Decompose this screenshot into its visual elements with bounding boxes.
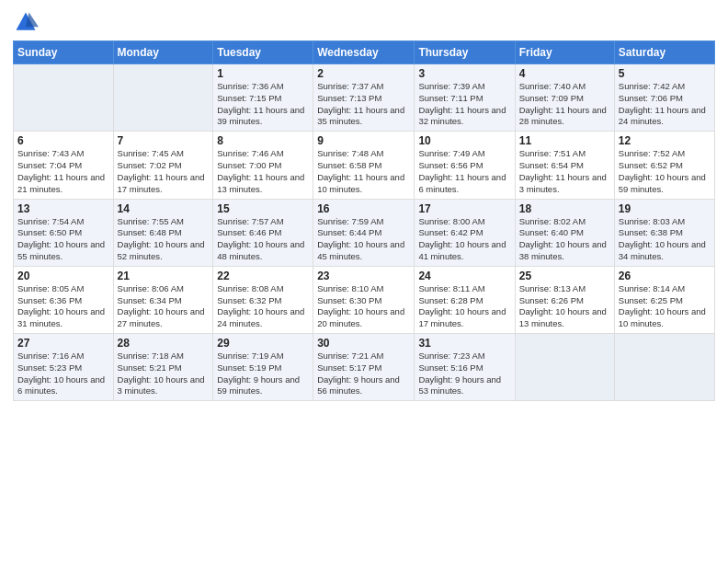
col-header-tuesday: Tuesday — [213, 41, 313, 64]
week-row-5: 27Sunrise: 7:16 AM Sunset: 5:23 PM Dayli… — [14, 334, 715, 401]
day-info: Sunrise: 7:23 AM Sunset: 5:16 PM Dayligh… — [418, 350, 510, 397]
day-number: 29 — [217, 337, 309, 350]
day-number: 14 — [118, 202, 210, 215]
calendar-cell: 6Sunrise: 7:43 AM Sunset: 7:04 PM Daylig… — [14, 132, 114, 199]
day-info: Sunrise: 7:52 AM Sunset: 6:52 PM Dayligh… — [619, 148, 711, 195]
page: SundayMondayTuesdayWednesdayThursdayFrid… — [0, 0, 728, 563]
day-info: Sunrise: 7:37 AM Sunset: 7:13 PM Dayligh… — [317, 81, 410, 128]
header — [13, 9, 715, 35]
day-number: 19 — [619, 202, 711, 215]
day-info: Sunrise: 7:45 AM Sunset: 7:02 PM Dayligh… — [118, 148, 210, 195]
day-info: Sunrise: 7:36 AM Sunset: 7:15 PM Dayligh… — [217, 81, 309, 128]
day-info: Sunrise: 8:05 AM Sunset: 6:36 PM Dayligh… — [17, 283, 109, 330]
calendar-cell: 9Sunrise: 7:48 AM Sunset: 6:58 PM Daylig… — [313, 132, 415, 199]
day-info: Sunrise: 7:51 AM Sunset: 6:54 PM Dayligh… — [519, 148, 610, 195]
day-info: Sunrise: 8:03 AM Sunset: 6:38 PM Dayligh… — [619, 216, 711, 263]
day-info: Sunrise: 7:48 AM Sunset: 6:58 PM Dayligh… — [317, 148, 410, 195]
calendar-cell: 10Sunrise: 7:49 AM Sunset: 6:56 PM Dayli… — [415, 132, 515, 199]
calendar-cell: 30Sunrise: 7:21 AM Sunset: 5:17 PM Dayli… — [313, 334, 415, 401]
calendar-cell — [14, 64, 114, 132]
day-number: 13 — [17, 202, 109, 215]
calendar-cell: 26Sunrise: 8:14 AM Sunset: 6:25 PM Dayli… — [614, 266, 714, 333]
day-info: Sunrise: 7:39 AM Sunset: 7:11 PM Dayligh… — [418, 81, 510, 128]
calendar-cell: 2Sunrise: 7:37 AM Sunset: 7:13 PM Daylig… — [313, 64, 415, 132]
svg-marker-1 — [26, 13, 39, 28]
calendar-cell: 7Sunrise: 7:45 AM Sunset: 7:02 PM Daylig… — [113, 132, 213, 199]
logo-icon — [13, 9, 39, 35]
calendar-cell: 13Sunrise: 7:54 AM Sunset: 6:50 PM Dayli… — [14, 199, 114, 266]
calendar-table: SundayMondayTuesdayWednesdayThursdayFrid… — [13, 40, 715, 401]
calendar-cell: 14Sunrise: 7:55 AM Sunset: 6:48 PM Dayli… — [113, 199, 213, 266]
day-number: 23 — [317, 270, 410, 282]
day-number: 27 — [17, 337, 109, 350]
day-info: Sunrise: 7:55 AM Sunset: 6:48 PM Dayligh… — [118, 216, 210, 263]
calendar-cell: 27Sunrise: 7:16 AM Sunset: 5:23 PM Dayli… — [14, 334, 114, 401]
calendar-cell: 17Sunrise: 8:00 AM Sunset: 6:42 PM Dayli… — [415, 199, 515, 266]
day-info: Sunrise: 8:11 AM Sunset: 6:28 PM Dayligh… — [418, 283, 510, 330]
calendar-cell — [113, 64, 213, 132]
day-info: Sunrise: 8:06 AM Sunset: 6:34 PM Dayligh… — [118, 283, 210, 330]
day-info: Sunrise: 8:08 AM Sunset: 6:32 PM Dayligh… — [217, 283, 309, 330]
calendar-cell: 20Sunrise: 8:05 AM Sunset: 6:36 PM Dayli… — [14, 266, 114, 333]
day-info: Sunrise: 8:00 AM Sunset: 6:42 PM Dayligh… — [418, 216, 510, 263]
week-row-4: 20Sunrise: 8:05 AM Sunset: 6:36 PM Dayli… — [14, 266, 715, 333]
calendar-cell: 11Sunrise: 7:51 AM Sunset: 6:54 PM Dayli… — [515, 132, 614, 199]
day-number: 16 — [317, 202, 410, 215]
day-number: 25 — [519, 270, 610, 282]
day-number: 6 — [17, 134, 109, 147]
day-number: 7 — [118, 134, 210, 147]
day-info: Sunrise: 7:40 AM Sunset: 7:09 PM Dayligh… — [519, 81, 610, 128]
col-header-sunday: Sunday — [14, 41, 114, 64]
week-row-2: 6Sunrise: 7:43 AM Sunset: 7:04 PM Daylig… — [14, 132, 715, 199]
day-info: Sunrise: 8:10 AM Sunset: 6:30 PM Dayligh… — [317, 283, 410, 330]
day-number: 12 — [619, 134, 711, 147]
day-info: Sunrise: 7:21 AM Sunset: 5:17 PM Dayligh… — [317, 350, 410, 397]
day-number: 1 — [217, 67, 309, 80]
calendar-cell: 31Sunrise: 7:23 AM Sunset: 5:16 PM Dayli… — [415, 334, 515, 401]
day-number: 15 — [217, 202, 309, 215]
calendar-cell: 22Sunrise: 8:08 AM Sunset: 6:32 PM Dayli… — [213, 266, 313, 333]
day-info: Sunrise: 7:54 AM Sunset: 6:50 PM Dayligh… — [17, 216, 109, 263]
calendar-cell: 29Sunrise: 7:19 AM Sunset: 5:19 PM Dayli… — [213, 334, 313, 401]
day-number: 21 — [118, 270, 210, 282]
day-info: Sunrise: 7:19 AM Sunset: 5:19 PM Dayligh… — [217, 350, 309, 397]
day-info: Sunrise: 7:57 AM Sunset: 6:46 PM Dayligh… — [217, 216, 309, 263]
day-info: Sunrise: 7:43 AM Sunset: 7:04 PM Dayligh… — [17, 148, 109, 195]
calendar-cell: 3Sunrise: 7:39 AM Sunset: 7:11 PM Daylig… — [415, 64, 515, 132]
day-number: 2 — [317, 67, 410, 80]
calendar-cell: 25Sunrise: 8:13 AM Sunset: 6:26 PM Dayli… — [515, 266, 614, 333]
calendar-cell: 28Sunrise: 7:18 AM Sunset: 5:21 PM Dayli… — [113, 334, 213, 401]
day-number: 5 — [619, 67, 711, 80]
col-header-thursday: Thursday — [415, 41, 515, 64]
day-number: 9 — [317, 134, 410, 147]
day-info: Sunrise: 7:49 AM Sunset: 6:56 PM Dayligh… — [418, 148, 510, 195]
week-row-1: 1Sunrise: 7:36 AM Sunset: 7:15 PM Daylig… — [14, 64, 715, 132]
day-number: 3 — [418, 67, 510, 80]
logo — [13, 9, 42, 35]
calendar-cell: 8Sunrise: 7:46 AM Sunset: 7:00 PM Daylig… — [213, 132, 313, 199]
day-number: 17 — [418, 202, 510, 215]
calendar-cell: 12Sunrise: 7:52 AM Sunset: 6:52 PM Dayli… — [614, 132, 714, 199]
day-info: Sunrise: 8:13 AM Sunset: 6:26 PM Dayligh… — [519, 283, 610, 330]
week-row-3: 13Sunrise: 7:54 AM Sunset: 6:50 PM Dayli… — [14, 199, 715, 266]
day-info: Sunrise: 7:46 AM Sunset: 7:00 PM Dayligh… — [217, 148, 309, 195]
calendar-cell: 24Sunrise: 8:11 AM Sunset: 6:28 PM Dayli… — [415, 266, 515, 333]
day-number: 8 — [217, 134, 309, 147]
calendar-cell: 23Sunrise: 8:10 AM Sunset: 6:30 PM Dayli… — [313, 266, 415, 333]
day-number: 26 — [619, 270, 711, 282]
calendar-cell: 15Sunrise: 7:57 AM Sunset: 6:46 PM Dayli… — [213, 199, 313, 266]
day-number: 22 — [217, 270, 309, 282]
calendar-cell: 4Sunrise: 7:40 AM Sunset: 7:09 PM Daylig… — [515, 64, 614, 132]
day-number: 28 — [118, 337, 210, 350]
day-number: 31 — [418, 337, 510, 350]
calendar-cell — [515, 334, 614, 401]
day-number: 10 — [418, 134, 510, 147]
col-header-friday: Friday — [515, 41, 614, 64]
day-number: 18 — [519, 202, 610, 215]
day-info: Sunrise: 7:42 AM Sunset: 7:06 PM Dayligh… — [619, 81, 711, 128]
col-header-saturday: Saturday — [614, 41, 714, 64]
calendar-cell: 5Sunrise: 7:42 AM Sunset: 7:06 PM Daylig… — [614, 64, 714, 132]
day-info: Sunrise: 7:59 AM Sunset: 6:44 PM Dayligh… — [317, 216, 410, 263]
calendar-cell: 1Sunrise: 7:36 AM Sunset: 7:15 PM Daylig… — [213, 64, 313, 132]
day-number: 30 — [317, 337, 410, 350]
